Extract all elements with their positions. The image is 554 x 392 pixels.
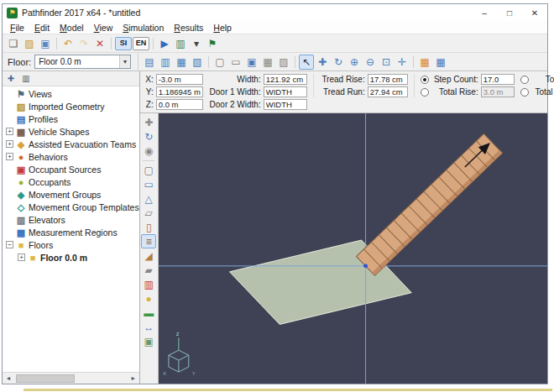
panel-layout-button[interactable]: ▥ xyxy=(19,72,33,85)
copy-icon[interactable]: ▤ xyxy=(142,55,157,70)
menu-simulation[interactable]: Simulation xyxy=(118,22,169,34)
menu-view[interactable]: View xyxy=(89,22,118,34)
sep-2[interactable] xyxy=(108,37,114,50)
expander-icon[interactable]: + xyxy=(18,253,25,261)
crosshair-icon[interactable]: ✛ xyxy=(395,55,410,70)
paste-icon[interactable]: ▥ xyxy=(158,55,173,70)
roam-view-tool-icon[interactable]: ◉ xyxy=(141,144,156,158)
background-image-tool-icon[interactable]: ▣ xyxy=(141,334,156,348)
zoom-out-icon[interactable]: ⊖ xyxy=(363,55,378,70)
menu-edit[interactable]: Edit xyxy=(29,22,55,34)
sep-1[interactable] xyxy=(54,37,60,50)
sep-1[interactable] xyxy=(142,158,155,163)
draw-floor-tool-icon[interactable]: ▢ xyxy=(141,163,156,177)
expander-icon[interactable]: + xyxy=(6,140,13,148)
mirror-icon[interactable]: ▧ xyxy=(190,55,205,70)
step-count-field[interactable] xyxy=(481,74,515,85)
menu-file[interactable]: File xyxy=(5,22,29,34)
run-simulation-icon[interactable]: ▶ xyxy=(157,36,172,51)
scroll-right-icon[interactable]: ► xyxy=(128,373,139,384)
draw-door-tool-icon[interactable]: ▯ xyxy=(141,220,156,234)
undo-icon[interactable]: ↶ xyxy=(60,36,76,51)
sep-3[interactable] xyxy=(410,55,416,69)
measure-tool-icon[interactable]: ↔ xyxy=(141,320,156,334)
viewport-3d[interactable]: Z X Y xyxy=(159,113,547,384)
duplicate-icon[interactable]: ▦ xyxy=(174,55,189,70)
step-count-radio[interactable] xyxy=(421,76,429,84)
en-units-button[interactable]: EN xyxy=(133,37,149,50)
sep-2[interactable] xyxy=(292,55,298,69)
expander-icon[interactable]: + xyxy=(6,153,13,160)
door1-width-field[interactable] xyxy=(264,86,307,97)
tree-item-assisted-evacuation-teams[interactable]: + ◆ Assisted Evacuation Teams xyxy=(3,138,139,150)
tree-item-vehicle-shapes[interactable]: + ▦ Vehicle Shapes xyxy=(3,125,139,138)
sep-1[interactable] xyxy=(206,55,212,69)
add-elevator-tool-icon[interactable]: ▥ xyxy=(141,277,156,291)
tree-item-behaviors[interactable]: + ● Behaviors xyxy=(3,150,139,163)
total-run-radio[interactable] xyxy=(520,76,529,84)
expander-icon[interactable]: + xyxy=(6,128,13,135)
move-view-tool-icon[interactable]: ✚ xyxy=(141,115,156,129)
move-tool-icon[interactable]: ✚ xyxy=(315,55,330,70)
view-top-icon[interactable]: ▢ xyxy=(212,55,227,70)
maximize-button[interactable]: □ xyxy=(497,4,522,21)
zoom-fit-icon[interactable]: ⊡ xyxy=(379,55,394,70)
tree-item-floors[interactable]: − ■ Floors xyxy=(3,238,139,251)
rotate-tool-icon[interactable]: ↻ xyxy=(331,55,346,70)
draw-stairs-tool-icon[interactable]: ≡ xyxy=(141,234,156,248)
tree-item-movement-group-templates[interactable]: ◇ Movement Group Templates xyxy=(3,201,139,213)
tread-rise-field[interactable] xyxy=(368,74,408,85)
tree-item-views[interactable]: ⚑ Views xyxy=(3,87,139,100)
show-grid-icon[interactable]: ▦ xyxy=(260,55,275,70)
total-length-radio[interactable] xyxy=(520,88,529,97)
view-front-icon[interactable]: ▭ xyxy=(228,55,243,70)
pathfinder-results-icon[interactable]: ⚑ xyxy=(205,36,220,51)
tree-horizontal-scrollbar[interactable]: ◄ ► xyxy=(3,372,139,384)
draw-ramp-tool-icon[interactable]: ◢ xyxy=(141,248,156,263)
grid-settings-icon[interactable]: ▦ xyxy=(433,55,448,70)
add-exit-tool-icon[interactable]: ▬ xyxy=(141,306,156,320)
redo-icon[interactable]: ↷ xyxy=(76,36,91,51)
view-perspective-icon[interactable]: ▣ xyxy=(244,55,259,70)
sep-3[interactable] xyxy=(150,37,156,50)
tree-item-imported-geometry[interactable]: ▨ Imported Geometry xyxy=(3,100,139,112)
open-file-icon[interactable]: ▨ xyxy=(22,36,37,51)
total-rise-radio[interactable] xyxy=(421,88,429,97)
draw-room-rect-tool-icon[interactable]: ▭ xyxy=(141,177,156,191)
expander-icon[interactable]: − xyxy=(6,241,13,248)
draw-escalator-tool-icon[interactable]: ▰ xyxy=(141,263,156,277)
add-occupant-tool-icon[interactable]: ● xyxy=(141,291,156,306)
tree-item-measurement-regions[interactable]: ▦ Measurement Regions xyxy=(3,226,139,238)
total-rise-field[interactable] xyxy=(481,86,515,97)
wireframe-icon[interactable]: ▨ xyxy=(276,55,291,70)
results-dropdown-caret[interactable]: ▾ xyxy=(189,36,204,51)
tree-item-profiles[interactable]: ▤ Profiles xyxy=(3,112,139,125)
zoom-in-icon[interactable]: ⊕ xyxy=(347,55,362,70)
scroll-left-icon[interactable]: ◄ xyxy=(3,373,14,384)
menu-help[interactable]: Help xyxy=(208,22,237,34)
draw-room-polygon-tool-icon[interactable]: △ xyxy=(141,191,156,206)
si-units-button[interactable]: SI xyxy=(115,37,132,50)
select-tool-icon[interactable]: ↖ xyxy=(299,55,314,70)
y-field[interactable] xyxy=(156,86,203,97)
new-file-icon[interactable]: ❏ xyxy=(6,36,21,51)
menu-model[interactable]: Model xyxy=(55,22,89,34)
delete-icon[interactable]: ✕ xyxy=(92,36,107,51)
x-field[interactable] xyxy=(156,74,203,85)
snap-to-grid-icon[interactable]: ▦ xyxy=(417,55,432,70)
minimize-button[interactable]: – xyxy=(472,4,497,21)
tree-item-floor-0-0-m[interactable]: + ■ Floor 0.0 m xyxy=(3,251,139,264)
tree-item-movement-groups[interactable]: ◆ Movement Groups xyxy=(3,188,139,201)
menu-results[interactable]: Results xyxy=(169,22,208,34)
orbit-view-tool-icon[interactable]: ↻ xyxy=(141,129,156,144)
floor-selector-dropdown[interactable]: Floor 0.0 m ▾ xyxy=(34,55,131,69)
z-field[interactable] xyxy=(156,99,203,110)
scrollbar-thumb[interactable] xyxy=(16,374,75,383)
door2-width-field[interactable] xyxy=(264,99,307,110)
close-button[interactable]: ✕ xyxy=(522,4,547,21)
save-file-icon[interactable]: ▣ xyxy=(38,36,53,51)
tree-item-occupant-sources[interactable]: ▣ Occupant Sources xyxy=(3,163,139,175)
results-chart-icon[interactable]: ▥ xyxy=(173,36,188,51)
tree-item-elevators[interactable]: ▥ Elevators xyxy=(3,213,139,226)
focus-selection-button[interactable]: ✚ xyxy=(4,72,18,85)
